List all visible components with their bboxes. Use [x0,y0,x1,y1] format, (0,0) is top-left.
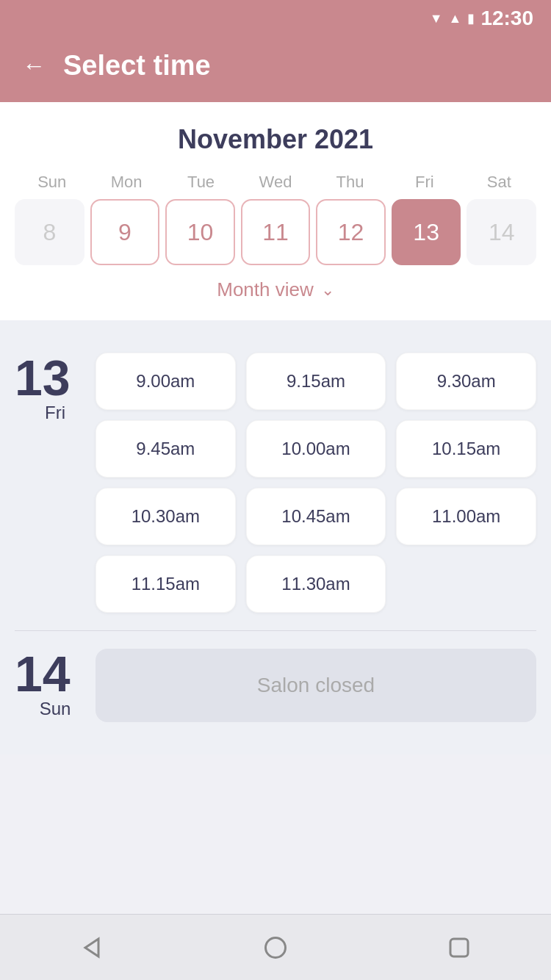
month-view-row[interactable]: Month view ⌄ [15,278,536,306]
month-title: November 2021 [15,124,536,155]
salon-closed-box: Salon closed [96,649,536,722]
day-header-14: 14 Sun Salon closed [15,649,536,722]
month-view-label: Month view [217,278,314,301]
weekday-mon: Mon [89,173,163,192]
status-icons: ▼ ▲ ▮ [430,10,475,26]
weekday-fri: Fri [387,173,461,192]
nav-home-button[interactable] [261,933,290,962]
calendar-section: November 2021 Sun Mon Tue Wed Thu Fri Sa… [0,102,551,320]
time-slot-1115am[interactable]: 11.15am [96,555,236,613]
time-slot-1030am[interactable]: 10.30am [96,488,236,545]
status-time: 12:30 [480,7,533,30]
weekday-sat: Sat [462,173,536,192]
bottom-nav [0,914,551,980]
day-section-14: 14 Sun Salon closed [15,630,536,740]
time-slot-1015am[interactable]: 10.15am [396,420,536,478]
time-slot-1000am[interactable]: 10.00am [246,420,386,478]
battery-icon: ▮ [467,10,475,26]
time-slot-930am[interactable]: 9.30am [396,353,536,410]
cal-day-9[interactable]: 9 [90,199,160,265]
back-triangle-icon [79,934,105,961]
weekday-tue: Tue [164,173,238,192]
slots-grid-13: 9.00am 9.15am 9.30am 9.45am 10.00am 10.1… [96,353,536,613]
nav-back-button[interactable] [77,933,107,962]
svg-marker-0 [85,939,98,956]
nav-recents-button[interactable] [444,933,474,962]
cal-day-11[interactable]: 11 [241,199,311,265]
calendar-dates: 8 9 10 11 12 13 14 [15,199,536,265]
weekday-row: Sun Mon Tue Wed Thu Fri Sat [15,173,536,192]
day-section-13: 13 Fri 9.00am 9.15am 9.30am 9.45am 10.00… [15,335,536,630]
time-slot-900am[interactable]: 9.00am [96,353,236,410]
cal-day-14[interactable]: 14 [467,199,536,265]
time-slot-1100am[interactable]: 11.00am [396,488,536,545]
day-number-col-13: 13 Fri [15,353,96,423]
day-name-14: Sun [15,699,96,719]
svg-rect-2 [450,939,468,956]
svg-point-1 [266,937,286,957]
weekday-sun: Sun [15,173,89,192]
day-header-13: 13 Fri 9.00am 9.15am 9.30am 9.45am 10.00… [15,353,536,613]
signal-icon: ▲ [449,11,462,26]
time-slot-915am[interactable]: 9.15am [246,353,386,410]
cal-day-8[interactable]: 8 [15,199,84,265]
cal-day-13[interactable]: 13 [392,199,461,265]
recents-square-icon [446,934,472,961]
status-bar: ▼ ▲ ▮ 12:30 [0,0,551,37]
time-slot-1130am[interactable]: 11.30am [246,555,386,613]
time-slot-1045am[interactable]: 10.45am [246,488,386,545]
day-number-col-14: 14 Sun [15,649,96,719]
weekday-thu: Thu [313,173,387,192]
day-number-13: 13 [15,353,96,403]
day-name-13: Fri [15,403,96,423]
chevron-down-icon: ⌄ [321,281,334,300]
page-title: Select time [63,50,211,82]
wifi-icon: ▼ [430,11,443,26]
weekday-wed: Wed [238,173,312,192]
cal-day-12[interactable]: 12 [316,199,386,265]
time-slot-945am[interactable]: 9.45am [96,420,236,478]
timeslots-section: 13 Fri 9.00am 9.15am 9.30am 9.45am 10.00… [0,320,551,754]
header: ← Select time [0,37,551,102]
cal-day-10[interactable]: 10 [165,199,235,265]
day-number-14: 14 [15,649,96,699]
back-button[interactable]: ← [22,52,46,79]
home-circle-icon [262,934,289,961]
